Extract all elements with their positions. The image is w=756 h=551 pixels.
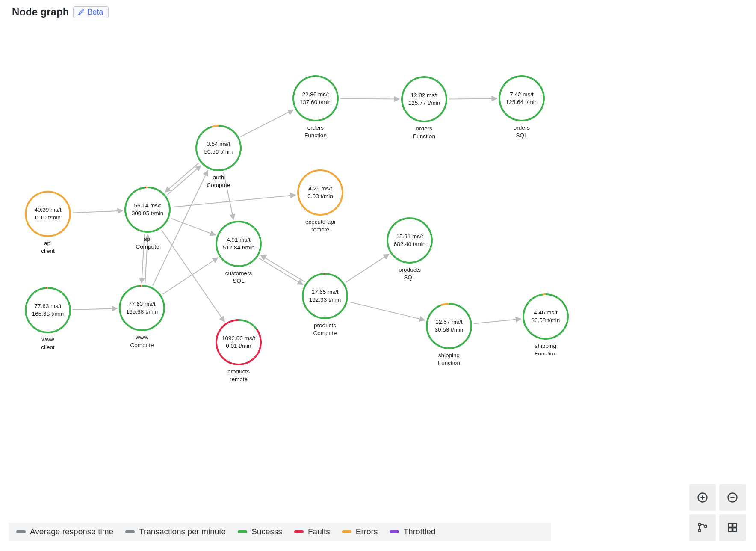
node-type: Function bbox=[292, 132, 339, 139]
node-name: auth bbox=[195, 174, 242, 181]
node-metric-throughput: 0.10 t/min bbox=[34, 214, 61, 222]
layout-tree-button[interactable] bbox=[689, 514, 716, 541]
node-ring: 4.25 ms/t0.03 t/min bbox=[297, 169, 343, 216]
node-caption: productsCompute bbox=[302, 322, 348, 337]
node-customers-sql[interactable]: 4.91 ms/t512.84 t/mincustomersSQL bbox=[216, 221, 262, 285]
legend-label: Faults bbox=[308, 527, 330, 536]
node-metric-throughput: 125.77 t/min bbox=[408, 99, 440, 107]
svg-rect-8 bbox=[729, 524, 732, 527]
node-name: products bbox=[302, 322, 348, 329]
node-metrics: 3.54 ms/t50.56 t/min bbox=[204, 140, 233, 156]
node-metric-throughput: 137.60 t/min bbox=[300, 98, 331, 106]
node-metric-latency: 3.54 ms/t bbox=[204, 140, 233, 148]
node-name: orders bbox=[401, 125, 447, 133]
node-metric-latency: 56.14 ms/t bbox=[132, 202, 163, 210]
node-ring: 3.54 ms/t50.56 t/min bbox=[195, 125, 242, 171]
node-execapi-remote[interactable]: 4.25 ms/t0.03 t/minexecute-apiremote bbox=[297, 169, 343, 234]
node-api-compute[interactable]: 56.14 ms/t300.05 t/minapiCompute bbox=[124, 187, 171, 251]
legend-label: Transactions per minute bbox=[139, 527, 226, 536]
minus-circle-icon bbox=[726, 492, 738, 504]
node-caption: ordersSQL bbox=[499, 124, 545, 139]
node-metric-throughput: 682.40 t/min bbox=[394, 240, 425, 248]
node-type: client bbox=[25, 344, 71, 351]
node-type: remote bbox=[216, 376, 262, 383]
node-ring: 77.63 ms/t165.68 t/min bbox=[25, 287, 71, 333]
legend-label: Sucesss bbox=[251, 527, 282, 536]
legend-item: Transactions per minute bbox=[125, 527, 226, 536]
svg-rect-9 bbox=[733, 524, 736, 527]
node-orders-sql[interactable]: 7.42 ms/t125.64 t/minordersSQL bbox=[499, 75, 545, 139]
node-name: products bbox=[216, 368, 262, 376]
node-metrics: 4.25 ms/t0.03 t/min bbox=[307, 185, 333, 200]
node-layer[interactable]: 40.39 ms/t0.10 t/minapiclient77.63 ms/t1… bbox=[0, 0, 756, 551]
node-metrics: 12.82 ms/t125.77 t/min bbox=[408, 92, 440, 107]
svg-point-5 bbox=[698, 523, 701, 526]
node-metric-latency: 4.46 ms/t bbox=[532, 309, 560, 317]
node-metrics: 77.63 ms/t165.68 t/min bbox=[32, 302, 64, 318]
node-products-remote[interactable]: 1092.00 ms/t0.01 t/minproductsremote bbox=[216, 319, 262, 383]
node-caption: shippingFunction bbox=[523, 342, 569, 358]
node-ring: 12.57 ms/t30.58 t/min bbox=[426, 303, 472, 349]
node-type: SQL bbox=[499, 132, 545, 139]
node-metric-throughput: 0.01 t/min bbox=[222, 342, 255, 350]
node-ring: 4.91 ms/t512.84 t/min bbox=[216, 221, 262, 267]
node-shipping-fn-1[interactable]: 12.57 ms/t30.58 t/minshippingFunction bbox=[426, 303, 472, 367]
node-caption: productsSQL bbox=[387, 266, 433, 281]
legend-swatch bbox=[390, 530, 399, 533]
node-ring: 22.86 ms/t137.60 t/min bbox=[292, 75, 339, 121]
view-controls bbox=[689, 484, 746, 541]
node-type: Function bbox=[523, 350, 569, 358]
svg-point-6 bbox=[698, 529, 701, 532]
legend-item: Errors bbox=[342, 527, 378, 536]
node-orders-fn-1[interactable]: 22.86 ms/t137.60 t/minordersFunction bbox=[292, 75, 339, 139]
node-metrics: 4.46 ms/t30.58 t/min bbox=[532, 309, 560, 324]
node-ring: 40.39 ms/t0.10 t/min bbox=[25, 191, 71, 237]
node-metric-latency: 77.63 ms/t bbox=[32, 302, 64, 310]
svg-rect-11 bbox=[733, 528, 736, 531]
node-caption: ordersFunction bbox=[401, 125, 447, 140]
grid-icon bbox=[726, 521, 738, 533]
node-caption: authCompute bbox=[195, 174, 242, 189]
node-name: api bbox=[25, 240, 71, 247]
legend-swatch bbox=[238, 530, 247, 533]
node-type: Function bbox=[401, 133, 447, 140]
node-shipping-fn-2[interactable]: 4.46 ms/t30.58 t/minshippingFunction bbox=[523, 293, 569, 358]
node-metric-throughput: 162.33 t/min bbox=[309, 296, 341, 304]
node-metric-throughput: 300.05 t/min bbox=[132, 210, 163, 217]
node-auth-compute[interactable]: 3.54 ms/t50.56 t/minauthCompute bbox=[195, 125, 242, 189]
node-metrics: 7.42 ms/t125.64 t/min bbox=[506, 91, 537, 106]
branch-icon bbox=[697, 521, 709, 533]
node-metric-latency: 40.39 ms/t bbox=[34, 206, 61, 214]
node-metric-latency: 22.86 ms/t bbox=[300, 91, 331, 98]
legend-item: Faults bbox=[294, 527, 330, 536]
node-metric-throughput: 0.03 t/min bbox=[307, 193, 333, 200]
svg-rect-10 bbox=[729, 528, 732, 531]
node-type: SQL bbox=[216, 277, 262, 285]
node-api-client[interactable]: 40.39 ms/t0.10 t/minapiclient bbox=[25, 191, 71, 255]
node-name: www bbox=[25, 336, 71, 344]
node-metric-latency: 7.42 ms/t bbox=[506, 91, 537, 98]
node-metric-throughput: 50.56 t/min bbox=[204, 148, 233, 156]
node-products-compute[interactable]: 27.65 ms/t162.33 t/minproductsCompute bbox=[302, 273, 348, 337]
node-type: SQL bbox=[387, 274, 433, 281]
zoom-out-button[interactable] bbox=[719, 484, 746, 511]
node-metric-latency: 27.65 ms/t bbox=[309, 288, 341, 296]
zoom-in-button[interactable] bbox=[689, 484, 716, 511]
node-ring: 4.46 ms/t30.58 t/min bbox=[523, 293, 569, 340]
node-name: shipping bbox=[523, 342, 569, 350]
node-name: www bbox=[119, 334, 165, 341]
node-name: orders bbox=[292, 124, 339, 132]
node-metric-latency: 1092.00 ms/t bbox=[222, 335, 255, 342]
node-www-client[interactable]: 77.63 ms/t165.68 t/minwwwclient bbox=[25, 287, 71, 351]
node-www-compute[interactable]: 77.63 ms/t165.68 t/minwwwCompute bbox=[119, 285, 165, 349]
node-type: Function bbox=[426, 359, 472, 367]
node-metrics: 40.39 ms/t0.10 t/min bbox=[34, 206, 61, 222]
layout-grid-button[interactable] bbox=[719, 514, 746, 541]
node-metric-throughput: 512.84 t/min bbox=[223, 244, 254, 252]
node-products-sql[interactable]: 15.91 ms/t682.40 t/minproductsSQL bbox=[387, 217, 433, 281]
node-orders-fn-2[interactable]: 12.82 ms/t125.77 t/minordersFunction bbox=[401, 76, 447, 140]
node-ring: 77.63 ms/t165.68 t/min bbox=[119, 285, 165, 331]
node-name: orders bbox=[499, 124, 545, 132]
node-metrics: 77.63 ms/t165.68 t/min bbox=[126, 300, 158, 316]
legend-item: Sucesss bbox=[238, 527, 282, 536]
